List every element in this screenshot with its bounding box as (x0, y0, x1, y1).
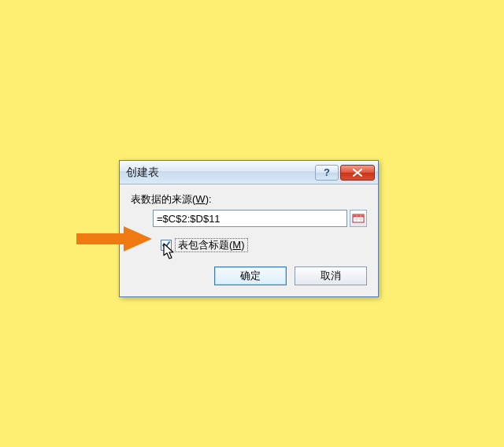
range-picker-button[interactable] (350, 210, 367, 227)
dialog-title: 创建表 (126, 166, 315, 180)
source-label: 表数据的来源(W): (131, 192, 367, 207)
create-table-dialog: 创建表 ? 表数据的来源(W): (119, 160, 379, 297)
titlebar[interactable]: 创建表 ? (120, 161, 378, 184)
range-input[interactable] (153, 210, 347, 227)
help-icon: ? (324, 166, 330, 178)
svg-marker-6 (76, 226, 152, 251)
annotation-arrow-icon (76, 226, 152, 251)
svg-rect-1 (353, 214, 364, 217)
source-input-row (153, 210, 367, 227)
help-button[interactable]: ? (315, 165, 339, 181)
cursor-icon (163, 243, 176, 260)
ok-button[interactable]: 确定 (214, 266, 287, 285)
dialog-body: 表数据的来源(W): 表包含标题( (120, 184, 378, 296)
headers-checkbox-row: 表包含标题(M) (161, 238, 367, 252)
close-button[interactable] (340, 165, 375, 181)
button-row: 确定 取消 (131, 266, 367, 285)
cancel-button[interactable]: 取消 (295, 266, 367, 285)
close-icon (352, 168, 363, 177)
headers-checkbox-label[interactable]: 表包含标题(M) (175, 238, 248, 252)
refedit-icon (352, 214, 365, 223)
